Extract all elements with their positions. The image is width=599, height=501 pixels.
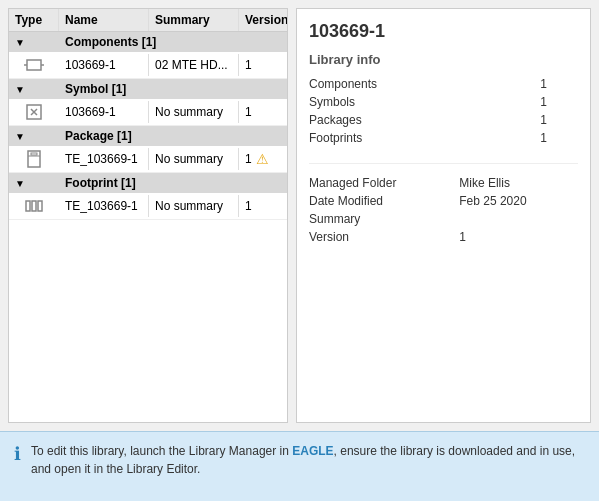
meta-row: Date ModifiedFeb 25 2020 [309, 192, 578, 210]
cell-summary: No summary [149, 101, 239, 123]
footprint-icon [24, 196, 44, 216]
svg-rect-11 [38, 201, 42, 211]
table-row[interactable]: TE_103669-1 No summary 1 ⚠ [9, 146, 287, 173]
meta-row: Summary [309, 210, 578, 228]
eagle-link[interactable]: EAGLE [292, 444, 333, 458]
expand-arrow: ▼ [15, 178, 65, 189]
cell-version: 1 [239, 195, 288, 217]
cell-name: 103669-1 [59, 54, 149, 76]
meta-row: Managed FolderMike Ellis [309, 174, 578, 192]
cell-version: 1 [239, 54, 288, 76]
meta-value: Mike Ellis [459, 174, 578, 192]
stats-row: Packages1 [309, 111, 578, 129]
component-icon [24, 55, 44, 75]
icon-cell [9, 52, 59, 78]
section-components[interactable]: ▼ Components [1] [9, 32, 287, 52]
cell-summary: 02 MTE HD... [149, 54, 239, 76]
section-symbol[interactable]: ▼ Symbol [1] [9, 79, 287, 99]
meta-value [459, 210, 578, 228]
cell-summary: No summary [149, 195, 239, 217]
meta-label: Managed Folder [309, 174, 459, 192]
svg-rect-10 [32, 201, 36, 211]
cell-name: 103669-1 [59, 101, 149, 123]
table-row[interactable]: 103669-1 02 MTE HD... 1 [9, 52, 287, 79]
stats-row: Symbols1 [309, 93, 578, 111]
icon-cell [9, 146, 59, 172]
svg-rect-9 [26, 201, 30, 211]
stat-label: Components [309, 75, 540, 93]
section-label: Package [1] [65, 129, 281, 143]
cell-summary: No summary [149, 148, 239, 170]
stat-value: 1 [540, 93, 578, 111]
svg-rect-0 [27, 60, 41, 70]
meta-value: 1 [459, 228, 578, 246]
icon-cell [9, 99, 59, 125]
stat-label: Packages [309, 111, 540, 129]
cell-name: TE_103669-1 [59, 195, 149, 217]
expand-arrow: ▼ [15, 131, 65, 142]
right-panel: 103669-1 Library info Components1Symbols… [296, 8, 591, 423]
info-text-before: To edit this library, launch the Library… [31, 444, 292, 458]
meta-label: Date Modified [309, 192, 459, 210]
divider [309, 163, 578, 164]
svg-rect-8 [31, 153, 37, 155]
cell-version: 1 [239, 101, 288, 123]
left-panel: Type Name Summary Version ▼ Components [… [8, 8, 288, 423]
table-row[interactable]: TE_103669-1 No summary 1 [9, 193, 287, 220]
section-footprint[interactable]: ▼ Footprint [1] [9, 173, 287, 193]
meta-label: Version [309, 228, 459, 246]
library-info-label: Library info [309, 52, 578, 67]
library-stats-table: Components1Symbols1Packages1Footprints1 [309, 75, 578, 147]
meta-value: Feb 25 2020 [459, 192, 578, 210]
stat-value: 1 [540, 111, 578, 129]
version-value: 1 [245, 152, 252, 166]
main-content: Type Name Summary Version ▼ Components [… [0, 0, 599, 431]
stats-row: Components1 [309, 75, 578, 93]
stats-row: Footprints1 [309, 129, 578, 147]
icon-cell [9, 193, 59, 219]
table-row[interactable]: 103669-1 No summary 1 [9, 99, 287, 126]
meta-row: Version1 [309, 228, 578, 246]
table-header: Type Name Summary Version [9, 9, 287, 32]
info-icon: ℹ [14, 443, 21, 465]
expand-arrow: ▼ [15, 84, 65, 95]
col-type: Type [9, 9, 59, 31]
warning-icon: ⚠ [256, 151, 269, 167]
col-summary: Summary [149, 9, 239, 31]
info-bar: ℹ To edit this library, launch the Libra… [0, 431, 599, 501]
stat-label: Footprints [309, 129, 540, 147]
section-label: Components [1] [65, 35, 281, 49]
section-package[interactable]: ▼ Package [1] [9, 126, 287, 146]
info-text: To edit this library, launch the Library… [31, 442, 585, 478]
stat-value: 1 [540, 75, 578, 93]
package-icon [24, 149, 44, 169]
expand-arrow: ▼ [15, 37, 65, 48]
symbol-icon [24, 102, 44, 122]
cell-name: TE_103669-1 [59, 148, 149, 170]
col-name: Name [59, 9, 149, 31]
stat-value: 1 [540, 129, 578, 147]
meta-label: Summary [309, 210, 459, 228]
metadata-table: Managed FolderMike EllisDate ModifiedFeb… [309, 174, 578, 246]
col-version: Version [239, 9, 288, 31]
detail-title: 103669-1 [309, 21, 578, 42]
cell-version-warning: 1 ⚠ [239, 147, 288, 171]
section-label: Symbol [1] [65, 82, 281, 96]
section-label: Footprint [1] [65, 176, 281, 190]
stat-label: Symbols [309, 93, 540, 111]
